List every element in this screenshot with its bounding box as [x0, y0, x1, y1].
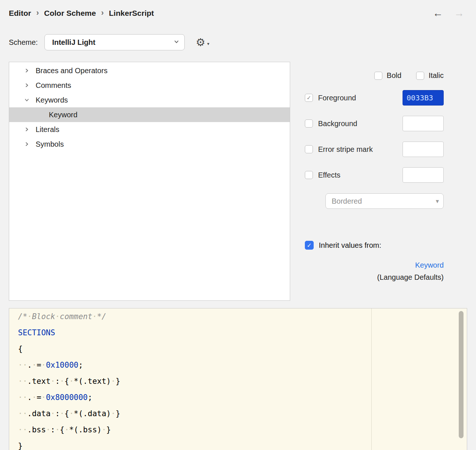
foreground-color-field[interactable]: 0033B3: [403, 90, 444, 106]
inherit-label: Inherit values from:: [319, 241, 381, 250]
forward-arrow-icon: →: [454, 8, 464, 18]
breadcrumb-item-linkerscript: LinkerScript: [109, 9, 154, 18]
code-line: {: [18, 341, 371, 357]
background-color-field[interactable]: [403, 116, 444, 131]
italic-checkbox[interactable]: [416, 72, 424, 80]
main-content: Braces and OperatorsCommentsKeywordsKeyw…: [9, 62, 467, 301]
attr-row-effects: Effects: [305, 167, 444, 183]
bold-group: Bold: [374, 71, 401, 80]
attr-row-background: Background: [305, 116, 444, 131]
error-stripe-mark-checkbox[interactable]: [305, 145, 313, 153]
inherit-source-context: (Language Defaults): [377, 273, 444, 282]
breadcrumb-separator-icon: ›: [101, 8, 104, 18]
attr-row-error-stripe-mark: Error stripe mark: [305, 142, 444, 157]
preview-divider: [371, 308, 372, 450]
tree-item-label: Keywords: [36, 96, 68, 104]
code-line: ··.·=·0x8000000;: [18, 389, 371, 406]
scheme-select[interactable]: IntelliJ Light: [44, 34, 185, 50]
breadcrumb-separator-icon: ›: [36, 8, 39, 18]
bold-label: Bold: [387, 71, 401, 80]
italic-group: Italic: [416, 71, 444, 80]
gear-icon[interactable]: ⚙▾: [196, 37, 205, 48]
effects-label: Effects: [318, 171, 340, 179]
history-nav: ← →: [433, 8, 467, 18]
effects-color-field[interactable]: [403, 167, 444, 183]
tree-item-comments[interactable]: Comments: [9, 78, 290, 93]
tree-item-label: Keyword: [49, 111, 77, 119]
error-stripe-mark-color-field[interactable]: [403, 142, 444, 157]
tree-item-braces-and-operators[interactable]: Braces and Operators: [9, 63, 290, 78]
scheme-label: Scheme:: [9, 38, 38, 47]
tree-item-label: Braces and Operators: [36, 67, 108, 75]
tree-item-keyword[interactable]: Keyword: [9, 107, 290, 122]
breadcrumb: Editor›Color Scheme›LinkerScript: [9, 8, 154, 18]
chevron-down-icon[interactable]: [22, 97, 31, 103]
tree-item-label: Literals: [36, 125, 59, 134]
error-stripe-mark-label: Error stripe mark: [318, 145, 373, 154]
chevron-right-icon[interactable]: [22, 83, 31, 88]
scheme-row: Scheme: IntelliJ Light ⚙▾: [9, 34, 205, 50]
code-line: }: [18, 438, 371, 450]
effect-type-select[interactable]: Bordered ▾: [325, 193, 444, 209]
code-line: ··.data·:·{·*(.data)·}: [18, 406, 371, 422]
chevron-down-icon: [174, 39, 179, 46]
tree-item-label: Symbols: [36, 140, 64, 149]
tree-item-symbols[interactable]: Symbols: [9, 137, 290, 151]
chevron-right-icon[interactable]: [22, 127, 31, 132]
chevron-right-icon[interactable]: [22, 142, 31, 147]
code-line: SECTIONS: [18, 325, 371, 341]
italic-label: Italic: [429, 71, 444, 80]
effects-checkbox[interactable]: [305, 171, 313, 179]
tree-item-keywords[interactable]: Keywords: [9, 93, 290, 107]
tree-item-label: Comments: [36, 81, 71, 90]
breadcrumb-item-color-scheme[interactable]: Color Scheme: [44, 9, 96, 18]
tree-item-literals[interactable]: Literals: [9, 122, 290, 137]
gear-dropdown-arrow-icon: ▾: [207, 39, 209, 49]
code-line: /*·Block·comment·*/: [18, 308, 371, 325]
options-tree: Braces and OperatorsCommentsKeywordsKeyw…: [9, 62, 290, 301]
chevron-right-icon[interactable]: [22, 68, 31, 73]
font-style-row: Bold Italic: [374, 71, 444, 80]
foreground-checkbox[interactable]: [305, 94, 313, 102]
bold-checkbox[interactable]: [374, 72, 382, 80]
code-line: ··.text·:·{·*(.text)·}: [18, 373, 371, 389]
code-line: ··.·=·0x10000;: [18, 357, 371, 373]
back-arrow-icon[interactable]: ←: [433, 8, 443, 18]
attribute-panel: Bold Italic Foreground0033B3BackgroundEr…: [305, 62, 467, 301]
breadcrumb-bar: Editor›Color Scheme›LinkerScript ← →: [9, 7, 467, 19]
inherit-checkbox[interactable]: [305, 241, 314, 250]
background-checkbox[interactable]: [305, 119, 313, 128]
attr-row-foreground: Foreground0033B3: [305, 90, 444, 106]
inherit-row: Inherit values from:: [305, 241, 381, 250]
code-preview: /*·Block·comment·*/SECTIONS{··.·=·0x1000…: [18, 308, 371, 450]
breadcrumb-item-editor[interactable]: Editor: [9, 9, 31, 18]
scheme-select-value: IntelliJ Light: [52, 38, 95, 47]
chevron-down-icon: ▾: [436, 197, 439, 205]
foreground-label: Foreground: [318, 94, 356, 102]
preview-panel: /*·Block·comment·*/SECTIONS{··.·=·0x1000…: [9, 308, 467, 450]
code-line: ··.bss·:·{·*(.bss)·}: [18, 422, 371, 438]
background-label: Background: [318, 119, 357, 128]
inherit-source-link[interactable]: Keyword: [415, 261, 444, 269]
preview-scrollbar[interactable]: [459, 311, 464, 438]
effect-type-value: Bordered: [332, 197, 362, 206]
